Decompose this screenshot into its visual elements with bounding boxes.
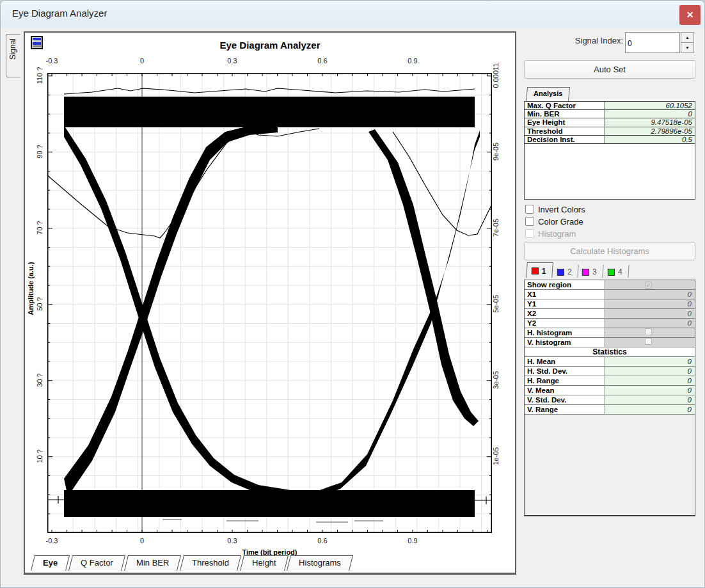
tab-eye[interactable]: Eye xyxy=(31,555,70,571)
y-tick-right: 0.00011 xyxy=(492,60,500,91)
color-grade-checkbox-row: Color Grade xyxy=(525,217,583,228)
y-tick-right: 5e-05 xyxy=(492,289,500,319)
chart-panel: Eye Diagram Analyzer -0.3 0 0.3 0.6 0.9 … xyxy=(24,31,516,574)
y-tick-left: 110 ? xyxy=(36,60,44,91)
eye-diagram-svg xyxy=(47,73,492,533)
tab-height[interactable]: Height xyxy=(240,555,289,571)
table-row: Show region ✓ xyxy=(525,280,695,290)
y-tick-left: 50 ? xyxy=(36,289,44,319)
tab-signal-label: Signal xyxy=(8,38,17,60)
table-row: X2 0 xyxy=(525,309,695,319)
region-1-color-swatch xyxy=(532,267,539,274)
auto-set-button[interactable]: Auto Set xyxy=(524,60,695,79)
region-tab-3[interactable]: 3 xyxy=(578,265,604,278)
eye-traces xyxy=(64,97,480,517)
color-grade-checkbox[interactable] xyxy=(525,217,534,226)
x-tick-bottom: 0.9 xyxy=(399,537,427,544)
x-tick-bottom: 0.6 xyxy=(308,537,337,544)
y-tick-left: 30 ? xyxy=(36,365,44,395)
table-row: V. Range 0 xyxy=(525,405,695,415)
titlebar: Eye Diagram Analyzer ✕ xyxy=(1,1,704,28)
table-row: H. Range 0 xyxy=(525,376,695,386)
analysis-table: Max. Q Factor 60.1052 Min. BER 0 Eye Hei… xyxy=(524,101,695,200)
one-rail-band xyxy=(64,97,475,127)
histogram-checkbox-row: Histogram xyxy=(525,229,576,240)
table-row: V. histogram xyxy=(525,338,695,347)
y-tick-right: 7e-05 xyxy=(492,212,500,243)
calculate-histograms-button: Calculate Histograms xyxy=(524,242,695,260)
plot-frame xyxy=(48,74,492,533)
y-tick-left: 70 ? xyxy=(36,212,44,243)
x-tick-top: 0 xyxy=(128,57,156,65)
table-row: V. Std. Dev. 0 xyxy=(525,395,695,405)
x-tick-bottom: 0 xyxy=(128,537,156,544)
show-region-checkbox[interactable]: ✓ xyxy=(645,282,652,289)
table-row: Y2 0 xyxy=(525,319,695,328)
histogram-checkbox xyxy=(525,229,534,238)
zero-rail-right-line xyxy=(475,497,492,504)
table-row: H. Std. Dev. 0 xyxy=(525,367,695,376)
v-histogram-checkbox[interactable] xyxy=(645,338,652,345)
table-row: Min. BER 0 xyxy=(525,110,695,118)
chart-tab-bar: Eye Q Factor Min BER Threshold Height Hi… xyxy=(33,555,354,571)
table-row: Threshold 2.79896e-05 xyxy=(525,127,695,136)
region-2-color-swatch xyxy=(557,269,564,276)
tab-q-factor[interactable]: Q Factor xyxy=(68,555,125,571)
table-row: H. histogram xyxy=(525,328,695,338)
region-tab-2[interactable]: 2 xyxy=(552,265,578,278)
y-tick-left: 90 ? xyxy=(36,136,44,167)
close-icon: ✕ xyxy=(686,10,694,20)
x-tick-bottom: -0.3 xyxy=(38,537,66,544)
axis-ticks xyxy=(47,73,492,533)
thin-traces xyxy=(47,88,492,504)
y-tick-right: 9e-05 xyxy=(492,136,500,167)
table-row: X1 0 xyxy=(525,290,695,299)
table-row: H. Mean 0 xyxy=(525,357,695,367)
table-row: Eye Height 9.47518e-05 xyxy=(525,118,695,127)
tab-signal[interactable]: Signal xyxy=(6,34,20,77)
region-3-color-swatch xyxy=(582,269,589,276)
signal-index-label: Signal Index: xyxy=(522,36,623,45)
tab-threshold[interactable]: Threshold xyxy=(180,555,241,571)
window-title: Eye Diagram Analyzer xyxy=(12,8,107,19)
x-tick-top: 0.6 xyxy=(308,57,337,65)
eye-diagram-analyzer-window: Eye Diagram Analyzer ✕ Signal Eye Diagra… xyxy=(0,0,705,588)
table-row: Decision Inst. 0.5 xyxy=(525,136,695,144)
statistics-header: Statistics xyxy=(525,347,695,357)
close-button[interactable]: ✕ xyxy=(679,5,701,25)
zero-rail-left-line xyxy=(47,496,67,504)
signal-index-spin-down[interactable]: ▼ xyxy=(681,42,694,53)
y-tick-left: 10 ? xyxy=(36,441,44,472)
region-table: Show region ✓ X1 0 Y1 0 X2 0 Y2 0 H. his… xyxy=(524,280,695,516)
x-tick-bottom: 0.3 xyxy=(218,537,246,544)
zero-rail-undershoot xyxy=(162,520,383,522)
h-histogram-checkbox[interactable] xyxy=(645,328,652,335)
eye-diagram-plot xyxy=(47,73,492,533)
region-tab-bar: 1 2 3 4 xyxy=(527,262,629,278)
y-axis-title: Amplitude (a.u.) xyxy=(27,253,35,324)
grid-layer xyxy=(47,73,492,533)
table-row: Max. Q Factor 60.1052 xyxy=(525,102,695,110)
table-row: V. Mean 0 xyxy=(525,386,695,395)
falling-edge-right xyxy=(368,129,479,426)
signal-index-spin-up[interactable]: ▲ xyxy=(681,32,694,43)
y-tick-right: 3e-05 xyxy=(492,365,500,395)
tab-histograms[interactable]: Histograms xyxy=(287,555,353,571)
x-tick-top: 0.3 xyxy=(218,57,246,65)
signal-index-input[interactable] xyxy=(625,32,680,53)
tab-min-ber[interactable]: Min BER xyxy=(124,555,181,571)
invert-colors-checkbox[interactable] xyxy=(525,205,534,214)
region-4-color-swatch xyxy=(608,269,615,276)
y-tick-right: 1e-05 xyxy=(492,441,500,472)
tab-analysis[interactable]: Analysis xyxy=(526,87,571,101)
invert-colors-checkbox-row: Invert Colors xyxy=(525,205,585,216)
chart-title: Eye Diagram Analyzer xyxy=(25,40,515,51)
region-tab-1[interactable]: 1 xyxy=(526,262,553,278)
table-row: Y1 0 xyxy=(525,299,695,309)
one-rail-overshoot-line xyxy=(64,88,475,94)
x-tick-top: 0.9 xyxy=(399,57,427,65)
region-tab-4[interactable]: 4 xyxy=(603,265,629,278)
